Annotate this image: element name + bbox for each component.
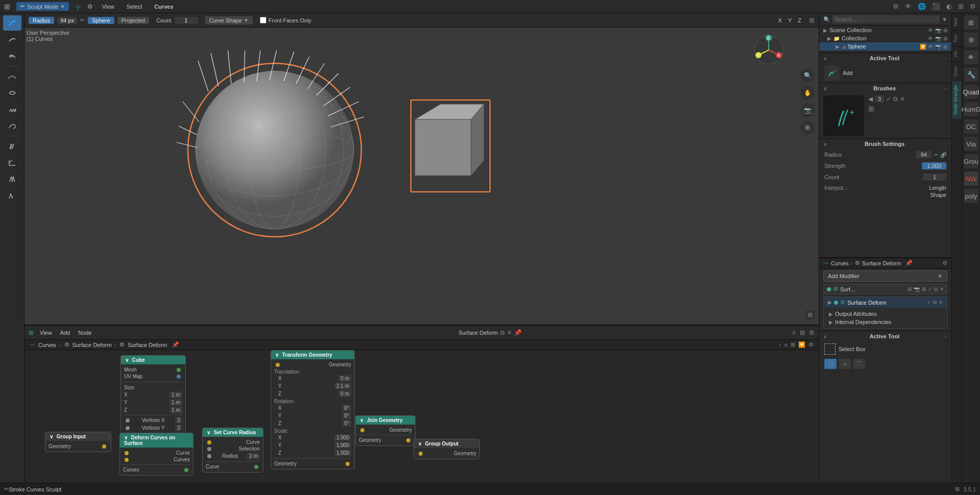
- z-coord-icon[interactable]: Z: [796, 17, 803, 24]
- front-faces-checkbox[interactable]: [260, 17, 266, 23]
- x-coord-icon[interactable]: X: [777, 17, 783, 24]
- overlay-icon[interactable]: ⊞: [805, 310, 815, 319]
- transform-icon[interactable]: ⊹: [75, 3, 81, 11]
- node-extra-icon-1[interactable]: ≡: [792, 329, 796, 336]
- collection-item[interactable]: ▶ 📁 Collection 👁 📷 ⊞: [819, 34, 951, 42]
- tg-rz-val[interactable]: 0°: [342, 420, 351, 427]
- cube-uvmap-socket[interactable]: [177, 375, 181, 379]
- node-canvas[interactable]: ∨ Group Input Geometry: [24, 350, 819, 483]
- node-close-icon[interactable]: ✕: [507, 329, 512, 336]
- y-coord-icon[interactable]: Y: [787, 17, 793, 24]
- scr-sel-sock[interactable]: [207, 447, 211, 451]
- side-label-vie[interactable]: Vie: [952, 46, 962, 62]
- node-view-menu[interactable]: View: [38, 330, 54, 336]
- brush-expand-icon[interactable]: ⊞: [868, 105, 874, 113]
- brush-count-setting-value[interactable]: 1: [923, 174, 946, 181]
- brushes-more[interactable]: ⋯: [942, 86, 947, 91]
- sculpt-density-tool[interactable]: [3, 139, 21, 154]
- node-view-icon-1[interactable]: ↑: [778, 342, 781, 348]
- axes-gizmo[interactable]: Z X Y: [752, 34, 783, 64]
- extra-icon-transform[interactable]: ⊞: [964, 15, 978, 30]
- sphere-eye[interactable]: 👁: [928, 44, 933, 50]
- deform-curves-collapse[interactable]: ∨: [124, 435, 128, 440]
- tg-ty-val[interactable]: 2.1 m: [334, 383, 351, 389]
- node-duplicate-icon[interactable]: ⧉: [500, 329, 505, 336]
- extra-icon-grou[interactable]: Grou: [964, 154, 978, 168]
- side-label-grou[interactable]: Grou: [952, 62, 962, 81]
- internal-deps-row[interactable]: ▶ Internal Dependencies: [829, 318, 942, 326]
- sculpt-trim-tool[interactable]: [3, 155, 21, 170]
- fullscreen-icon[interactable]: ⊞: [809, 16, 815, 24]
- sculpt-grab-tool[interactable]: [3, 48, 21, 63]
- cube-mesh-socket[interactable]: [177, 368, 181, 372]
- tg-geom-in-sock[interactable]: [276, 363, 280, 367]
- sculpt-fill-tool[interactable]: [3, 188, 21, 203]
- go-collapse[interactable]: ∨: [418, 441, 422, 447]
- scr-rad-val[interactable]: 2 m: [247, 453, 260, 459]
- brush-prev-icon[interactable]: ◀: [868, 95, 873, 103]
- cube-vy-socket[interactable]: [126, 426, 130, 430]
- header-icon-7[interactable]: ⚙: [970, 3, 976, 10]
- output-attrs-expand[interactable]: ▶: [829, 311, 833, 317]
- tool-settings-icon[interactable]: ⚙: [87, 3, 93, 10]
- output-attrs-row[interactable]: ▶ Output Attributes: [829, 310, 942, 318]
- active-tool-collapse[interactable]: ∨: [823, 56, 827, 61]
- group-input-geometry-socket[interactable]: [102, 444, 106, 449]
- header-icon-3[interactable]: 🌐: [918, 3, 926, 10]
- header-icon-6[interactable]: ⊞: [958, 3, 964, 10]
- modifier-active-dot[interactable]: [827, 287, 831, 291]
- filter-icon[interactable]: ▼: [942, 16, 947, 22]
- deform-curves-in-sock[interactable]: [125, 458, 129, 462]
- mod-bc-2[interactable]: Surface Deform: [862, 260, 901, 266]
- brushes-collapse[interactable]: ∨: [823, 86, 827, 91]
- sde-close-icon[interactable]: ✕: [939, 300, 943, 305]
- add-modifier-button[interactable]: Add Modifier ▼: [823, 270, 947, 282]
- view-menu[interactable]: View: [99, 3, 117, 11]
- tg-tx-val[interactable]: 0 m: [338, 375, 351, 382]
- group-input-collapse[interactable]: ∨: [50, 434, 53, 439]
- tg-tz-val[interactable]: 0 m: [338, 390, 351, 397]
- set-curve-radius-node[interactable]: ∨ Set Curve Radius Curve Selection Radiu…: [202, 428, 263, 473]
- scene-eye-icon[interactable]: 👁: [928, 28, 933, 33]
- header-icon-1[interactable]: ⚙: [893, 3, 899, 10]
- status-icon-1[interactable]: ⊞: [955, 486, 960, 492]
- sculpt-twist-tool[interactable]: [3, 85, 21, 101]
- node-add-menu[interactable]: Add: [58, 330, 72, 336]
- node-view-icon-3[interactable]: ⊞: [791, 341, 795, 348]
- sculpt-smooth-tool[interactable]: [3, 32, 21, 47]
- jg-geom-in-sock[interactable]: [360, 428, 364, 432]
- tg-sz-val[interactable]: 1.000: [334, 450, 351, 456]
- collection-render[interactable]: ⊞: [943, 36, 947, 41]
- sculpt-snake-hook-tool[interactable]: [3, 118, 21, 133]
- header-icon-4[interactable]: ⬛: [932, 3, 940, 10]
- brush-radius-value[interactable]: 94: [916, 151, 932, 158]
- side-label-node-wrangle[interactable]: Node Wrangle: [952, 81, 962, 118]
- join-geometry-node[interactable]: ∨ Join Geometry Geometry Geometry: [355, 415, 415, 446]
- side-label-too[interactable]: Too: [952, 31, 962, 47]
- node-extra-icon-2[interactable]: ⊞: [800, 329, 805, 336]
- brush-copy-icon[interactable]: ⧉: [893, 95, 898, 103]
- sphere-cam[interactable]: 📷: [935, 44, 941, 50]
- sculpt-grow-tool[interactable]: [3, 171, 21, 187]
- modifier-check-icon[interactable]: ✓: [928, 286, 932, 292]
- header-icon-2[interactable]: 👁: [905, 3, 912, 10]
- group-input-node[interactable]: ∨ Group Input Geometry: [45, 432, 111, 452]
- node-breadcrumb-2[interactable]: Surface Deform: [72, 342, 112, 348]
- sde-check-icon[interactable]: ✓: [927, 300, 931, 305]
- sphere-button[interactable]: Sphere: [88, 17, 114, 24]
- scr-out-sock[interactable]: [254, 465, 258, 469]
- sculpt-comb-tool[interactable]: [3, 102, 21, 117]
- brush-settings-more[interactable]: ⋯: [942, 141, 947, 147]
- brush-checkmark-icon[interactable]: ✓: [886, 95, 891, 103]
- deform-curves-node[interactable]: ∨ Deform Curves on Surface Curve Curves …: [119, 433, 193, 476]
- brush-radius-link-icon[interactable]: 🔗: [940, 152, 946, 158]
- tg-collapse[interactable]: ∨: [275, 352, 279, 358]
- active-tool-bottom-collapse[interactable]: ∨: [823, 334, 827, 339]
- brush-delete-icon[interactable]: ✕: [900, 95, 905, 103]
- sculpt-pinch-tool[interactable]: [3, 69, 21, 84]
- tg-ry-val[interactable]: 0°: [342, 412, 351, 419]
- tg-sx-val[interactable]: 1.000: [334, 434, 351, 441]
- deform-curve-in-sock[interactable]: [125, 451, 129, 455]
- tg-rx-val[interactable]: 0°: [342, 405, 351, 411]
- scene-collection-item[interactable]: ▶ Scene Collection 👁 📷 ⊞: [819, 26, 951, 34]
